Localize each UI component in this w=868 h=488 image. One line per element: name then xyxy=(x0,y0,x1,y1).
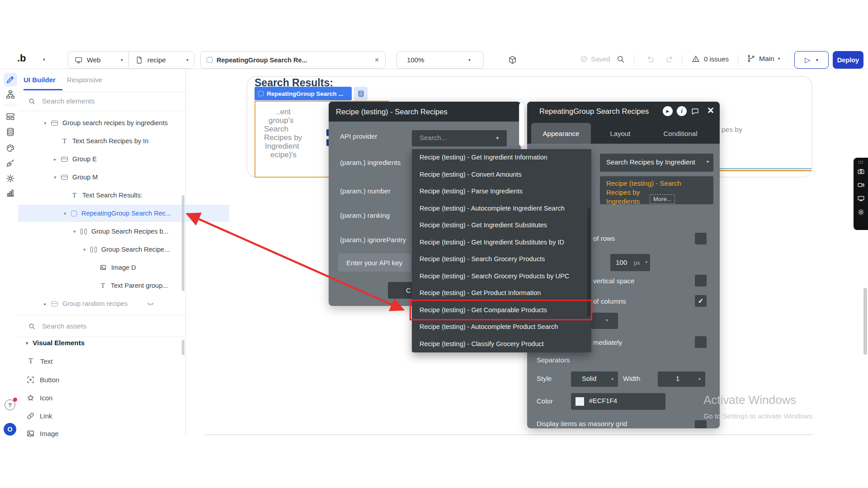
visual-elements-header[interactable]: ▾ Visual Elements xyxy=(26,339,85,347)
caret-down-icon[interactable]: ▾ xyxy=(81,247,88,252)
cell-dynamic-text[interactable]: ..ent group's Search Recipes by Ingredie… xyxy=(264,108,302,159)
tree-item-group-e[interactable]: ▸ Group E xyxy=(18,150,216,168)
close-icon[interactable]: × xyxy=(375,56,379,64)
partial-dropdown[interactable]: ▾ xyxy=(591,313,618,329)
styles-palette-icon[interactable] xyxy=(5,143,15,153)
asset-item-link[interactable]: Link xyxy=(26,407,180,424)
tree-item-group-search-recipe[interactable]: ▾ Group Search Recipe... xyxy=(18,241,245,258)
logo-chevron-down-icon[interactable]: ▾ xyxy=(43,57,45,62)
tree-item-text-search-recipes[interactable]: Text Search Recipes by In xyxy=(18,132,216,150)
branch-dropdown[interactable]: Main ▾ xyxy=(747,54,780,63)
rows-checkbox[interactable] xyxy=(695,233,707,244)
provider-option[interactable]: Recipe (testing) - Autocomplete Product … xyxy=(412,319,591,336)
provider-option[interactable]: Recipe (testing) - Parse Ingredients xyxy=(412,183,591,200)
caret-down-icon[interactable]: ▾ xyxy=(52,174,58,180)
page-dropdown[interactable]: recipe ▾ xyxy=(128,51,194,69)
tab-conditional[interactable]: Conditional xyxy=(660,123,701,144)
provider-search-dropdown[interactable]: Search... ▾ xyxy=(412,130,507,146)
screen-capture-toolbar[interactable] xyxy=(854,158,868,230)
data-source-chip[interactable] xyxy=(354,87,368,100)
row-height-input[interactable]: 100 px ▾ xyxy=(610,254,650,271)
width-dropdown[interactable]: 1 ▾ xyxy=(658,371,705,387)
columns-checkbox-checked[interactable]: ✓ xyxy=(695,295,707,307)
tree-item-group-search-recipes-b[interactable]: ▾ Group Search Recipes b... xyxy=(18,223,235,240)
data-database-icon[interactable] xyxy=(5,127,15,137)
provider-option[interactable]: Recipe (testing) - Classify Grocery Prod… xyxy=(412,336,591,353)
caret-down-icon[interactable]: ▾ xyxy=(71,229,78,234)
close-icon[interactable]: ✕ xyxy=(707,105,714,116)
chevron-down-icon[interactable]: ▾ xyxy=(816,57,818,62)
tree-item-group-random-recipes[interactable]: ▸ Group random recipes xyxy=(18,295,206,312)
assistant-icon[interactable]: O xyxy=(4,423,16,436)
components-icon[interactable] xyxy=(5,112,15,122)
tree-item-group-search-recipes[interactable]: ▾ Group search recipes by ingredients xyxy=(18,114,206,131)
color-swatch[interactable] xyxy=(576,397,584,406)
provider-option[interactable]: Recipe (testing) - Convert Amounts xyxy=(412,166,591,183)
preview-button[interactable]: ▷ ▾ xyxy=(794,51,829,69)
provider-option[interactable]: Recipe (testing) - Get Product Informati… xyxy=(412,285,591,302)
workflow-sitemap-icon[interactable] xyxy=(5,89,15,99)
vertical-space-checkbox[interactable] xyxy=(695,275,707,286)
caret-right-icon[interactable]: ▸ xyxy=(52,156,58,162)
provider-option[interactable]: Recipe (testing) - Get Ingredient Inform… xyxy=(412,149,591,166)
caret-down-icon[interactable]: ▾ xyxy=(42,120,48,126)
selected-element-chip[interactable]: RepeatingGroup Search ... xyxy=(255,87,352,100)
camera-icon[interactable] xyxy=(857,168,865,175)
tab-responsive[interactable]: Responsive xyxy=(67,76,102,84)
info-icon[interactable]: i xyxy=(677,106,687,116)
asset-item-button[interactable]: Button xyxy=(26,371,180,388)
tab-appearance[interactable]: Appearance xyxy=(531,123,591,144)
api-key-button[interactable]: Enter your API key xyxy=(338,253,410,272)
tree-item-text-search-results[interactable]: Text Search Results: xyxy=(18,187,226,204)
provider-option[interactable]: Recipe (testing) - Search Grocery Produc… xyxy=(412,268,591,285)
caret-down-icon[interactable]: ▾ xyxy=(62,211,68,216)
drag-handle-dots-icon[interactable] xyxy=(858,160,863,164)
search-icon[interactable] xyxy=(616,55,625,64)
eye-closed-icon[interactable] xyxy=(146,300,155,308)
tree-item-image-d[interactable]: Image D xyxy=(18,259,254,276)
more-button[interactable]: More... xyxy=(650,194,675,204)
color-input[interactable]: #ECF1F4 xyxy=(571,393,665,410)
screen-icon[interactable] xyxy=(857,195,865,202)
provider-option[interactable]: Recipe (testing) - Get Ingredient Substi… xyxy=(412,234,591,251)
chevron-down-icon[interactable]: ▾ xyxy=(645,260,647,264)
zoom-dropdown[interactable]: 100% ▾ xyxy=(396,51,484,69)
asset-item-image[interactable]: Image xyxy=(26,425,180,442)
datasource-dropdown[interactable]: Search Recipes by Ingredient ▾ xyxy=(600,154,713,172)
tree-item-group-m[interactable]: ▾ Group M xyxy=(18,169,216,186)
tree-item-text-parent-group[interactable]: Text Parent group... xyxy=(18,277,254,294)
asset-item-text[interactable]: Text xyxy=(26,352,180,370)
tree-scrollbar[interactable] xyxy=(182,195,184,291)
tab-ui-builder[interactable]: UI Builder xyxy=(24,76,56,84)
caret-right-icon[interactable]: ▸ xyxy=(42,301,48,306)
gear-icon[interactable] xyxy=(857,208,865,216)
provider-option[interactable]: Recipe (testing) - Get Ingredient Substi… xyxy=(412,217,591,234)
device-dropdown[interactable]: Web ▾ xyxy=(68,51,129,69)
design-pencil-icon[interactable] xyxy=(5,75,15,84)
provider-option[interactable]: Recipe (testing) - Autocomplete Ingredie… xyxy=(412,200,591,217)
browser-scrollbar-thumb[interactable] xyxy=(863,288,867,355)
undo-icon[interactable] xyxy=(646,55,656,64)
search-elements-row[interactable] xyxy=(18,92,185,110)
provider-option[interactable]: Recipe (testing) - Search Grocery Produc… xyxy=(412,251,591,268)
style-dropdown[interactable]: Solid ▾ xyxy=(571,371,618,387)
run-play-icon[interactable]: ▶ xyxy=(663,106,673,116)
comment-icon[interactable] xyxy=(691,107,699,116)
component-cube-icon[interactable] xyxy=(508,55,517,65)
deploy-button[interactable]: Deploy xyxy=(833,51,863,69)
bubble-logo[interactable]: .b xyxy=(17,52,26,64)
redo-icon[interactable] xyxy=(665,55,674,64)
immediately-checkbox[interactable] xyxy=(695,336,707,348)
search-assets-row[interactable] xyxy=(18,317,185,335)
plugins-plug-icon[interactable] xyxy=(5,158,15,168)
settings-gear-icon[interactable] xyxy=(5,174,15,183)
panel-scrollbar-thumb[interactable] xyxy=(519,103,524,146)
asset-item-icon[interactable]: Icon xyxy=(26,389,180,406)
tree-item-repeatinggroup-selected[interactable]: ▾ RepeatingGroup Search Rec... xyxy=(18,205,229,222)
search-assets-input[interactable] xyxy=(41,322,156,331)
element-tab[interactable]: RepeatingGroup Search Re... × xyxy=(200,51,386,69)
video-camera-icon[interactable] xyxy=(857,181,865,189)
assets-scrollbar[interactable] xyxy=(182,340,184,355)
issues-indicator[interactable]: 0 issues xyxy=(692,55,729,63)
logs-chart-icon[interactable] xyxy=(5,188,15,198)
